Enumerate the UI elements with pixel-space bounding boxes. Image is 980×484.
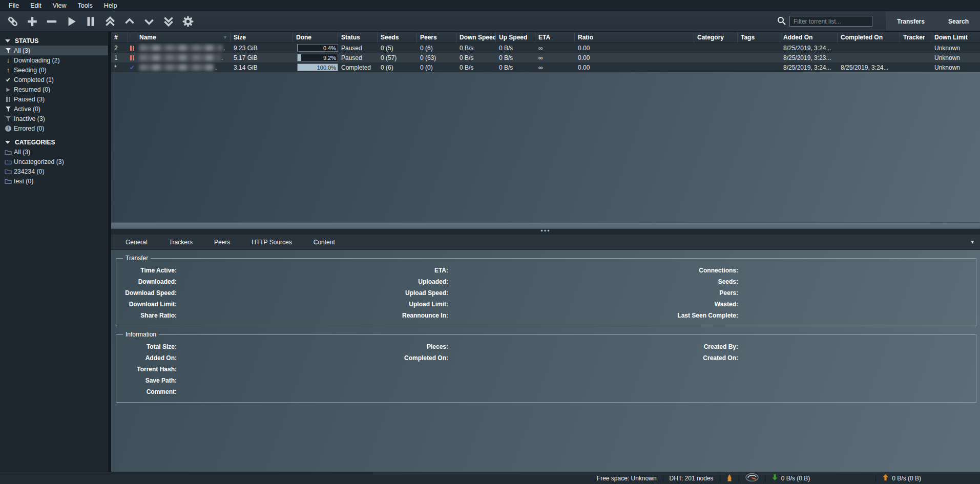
folder-icon (4, 169, 13, 174)
column-header-category[interactable]: Category (694, 32, 738, 43)
download-speed-status: 0 B/s (0 B) (772, 474, 810, 482)
uploaded-label: Uploaded: (392, 278, 448, 285)
column-header-peers[interactable]: Peers (417, 32, 456, 43)
eta-label: ETA: (392, 267, 448, 274)
sidebar-item-paused[interactable]: Paused (3) (0, 94, 108, 104)
scrollbar-thumb[interactable] (111, 223, 980, 228)
column-header-state-icon[interactable] (128, 32, 136, 43)
wasted-label: Wasted: (666, 301, 738, 308)
menu-view[interactable]: View (47, 2, 72, 9)
last-seen-complete-label: Last Seen Complete: (666, 312, 738, 319)
tab-transfers[interactable]: Transfers (897, 18, 925, 25)
torrent-row[interactable]: 2 . 9.23 GiB 0.4% Paused 0 (5) 0 (6) 0 B… (111, 43, 980, 53)
sidebar-item-all[interactable]: All (3) (0, 46, 108, 55)
menu-help[interactable]: Help (98, 2, 123, 9)
time-active-label: Time Active: (120, 267, 177, 274)
torrent-row[interactable]: * ✔ . 3.14 GiB 100.0% Completed 0 (6) 0 … (111, 62, 980, 72)
status-section-header[interactable]: STATUS (0, 36, 108, 46)
menu-edit[interactable]: Edit (25, 2, 47, 9)
resume-icon[interactable] (65, 15, 78, 28)
sidebar-category-test[interactable]: test (0) (0, 176, 108, 186)
options-gear-icon[interactable] (181, 15, 195, 28)
download-limit-label: Download Limit: (120, 301, 177, 308)
torrent-row[interactable]: 1 . 5.17 GiB 9.2% Paused 0 (57) 0 (63) 0… (111, 53, 980, 62)
column-header-tags[interactable]: Tags (738, 32, 780, 43)
sidebar-item-errored[interactable]: ! Errored (0) (0, 123, 108, 133)
download-arrow-icon (772, 474, 778, 482)
column-header-up-speed[interactable]: Up Speed (496, 32, 535, 43)
column-header-name[interactable]: Name▼ (136, 32, 231, 43)
column-header-done[interactable]: Done (293, 32, 338, 43)
column-header-down-limit[interactable]: Down Limit (931, 32, 980, 43)
information-legend: Information (123, 331, 159, 338)
torrent-name-redacted: . (136, 62, 231, 72)
move-up-icon[interactable] (123, 15, 136, 28)
free-space-status: Free space: Unknown (597, 475, 657, 482)
column-header-status[interactable]: Status (338, 32, 378, 43)
delete-torrent-icon[interactable] (45, 15, 58, 28)
sidebar: STATUS All (3) ↓ Downloading (2) ↑ Seedi… (0, 32, 108, 472)
sidebar-item-seeding[interactable]: ↑ Seeding (0) (0, 65, 108, 75)
chevron-down-icon[interactable]: ▾ (971, 239, 974, 245)
tab-content[interactable]: Content (310, 237, 338, 247)
add-torrent-link-icon[interactable] (6, 15, 19, 28)
categories-section-header[interactable]: CATEGORIES (0, 137, 108, 147)
created-by-label: Created By: (666, 343, 738, 350)
alt-speed-limits-icon[interactable] (745, 473, 759, 483)
sidebar-item-downloading[interactable]: ↓ Downloading (2) (0, 55, 108, 65)
folder-icon (4, 159, 13, 164)
panel-splitter-handle[interactable]: ••• (111, 229, 980, 235)
filter-torrent-input[interactable] (789, 16, 872, 27)
torrent-name-redacted: . (136, 53, 231, 62)
sidebar-item-active[interactable]: Active (0) (0, 104, 108, 114)
funnel-muted-icon (4, 116, 13, 122)
move-bottom-icon[interactable] (162, 15, 175, 28)
column-header-down-speed[interactable]: Down Speed (456, 32, 496, 43)
torrent-table-header: # Name▼ Size Done Status Seeds Peers Dow… (111, 32, 980, 43)
tab-trackers[interactable]: Trackers (166, 237, 196, 247)
torrent-list: # Name▼ Size Done Status Seeds Peers Dow… (111, 32, 980, 235)
sort-descending-icon: ▼ (223, 35, 227, 40)
connections-label: Connections: (666, 267, 738, 274)
column-header-number[interactable]: # (111, 32, 128, 43)
connection-status-icon[interactable] (726, 474, 733, 483)
column-header-tracker[interactable]: Tracker (900, 32, 931, 43)
sidebar-item-inactive[interactable]: Inactive (3) (0, 114, 108, 123)
progress-cell: 100.0% (293, 62, 338, 72)
column-header-size[interactable]: Size (231, 32, 293, 43)
progress-cell: 9.2% (293, 53, 338, 62)
sidebar-category-234234[interactable]: 234234 (0) (0, 166, 108, 176)
tab-search[interactable]: Search (948, 18, 969, 25)
horizontal-scrollbar[interactable] (111, 222, 980, 229)
general-panel: Transfer Time Active: ETA: Connections: … (111, 250, 980, 472)
menu-tools[interactable]: Tools (72, 2, 98, 9)
check-icon: ✔ (4, 77, 13, 83)
move-down-icon[interactable] (142, 15, 156, 28)
tab-peers[interactable]: Peers (211, 237, 233, 247)
seeds-label: Seeds: (666, 278, 738, 285)
qbittorrent-window: File Edit View Tools Help (0, 0, 980, 484)
tab-http-sources[interactable]: HTTP Sources (248, 237, 295, 247)
tab-general[interactable]: General (122, 237, 151, 247)
pieces-label: Pieces: (392, 343, 448, 350)
sidebar-item-resumed[interactable]: ▶ Resumed (0) (0, 85, 108, 94)
progress-bar: 0.4% (297, 44, 338, 52)
play-icon: ▶ (4, 87, 13, 92)
pause-icon[interactable] (84, 15, 97, 28)
sidebar-item-completed[interactable]: ✔ Completed (1) (0, 75, 108, 85)
column-header-completed-on[interactable]: Completed On (838, 32, 900, 43)
column-header-eta[interactable]: ETA (535, 32, 575, 43)
torrent-name-redacted: . (136, 43, 231, 53)
funnel-icon (4, 48, 13, 54)
sidebar-category-all[interactable]: All (3) (0, 147, 108, 157)
column-header-ratio[interactable]: Ratio (575, 32, 694, 43)
column-header-seeds[interactable]: Seeds (378, 32, 417, 43)
download-speed-label: Download Speed: (120, 289, 177, 297)
comment-label: Comment: (120, 388, 177, 395)
folder-icon (4, 149, 13, 155)
menu-file[interactable]: File (3, 2, 25, 9)
sidebar-category-uncategorized[interactable]: Uncategorized (3) (0, 157, 108, 166)
move-top-icon[interactable] (103, 15, 117, 28)
add-torrent-file-icon[interactable] (26, 15, 39, 28)
column-header-added-on[interactable]: Added On (780, 32, 838, 43)
